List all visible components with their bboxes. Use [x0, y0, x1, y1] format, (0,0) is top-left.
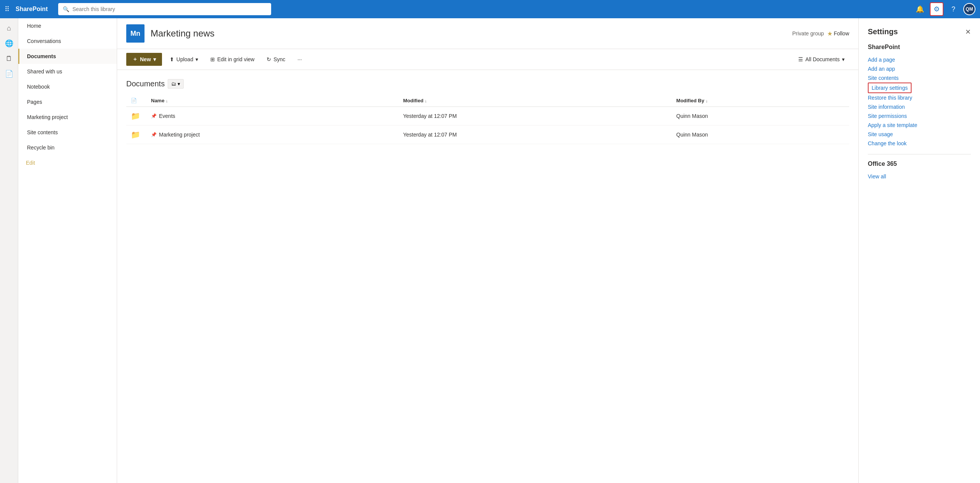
- settings-link[interactable]: Add a page: [868, 55, 971, 64]
- row-icon-cell: 📁: [126, 107, 146, 126]
- follow-button[interactable]: ★ Follow: [827, 30, 849, 37]
- upload-button[interactable]: ⬆ Upload ▾: [165, 53, 203, 65]
- row-name: Events: [159, 113, 175, 119]
- private-group-label: Private group: [792, 30, 824, 37]
- settings-links: Add a pageAdd an appSite contentsLibrary…: [868, 55, 971, 148]
- col-modified-by-header[interactable]: Modified By ↓: [671, 95, 849, 107]
- new-button[interactable]: ＋ New ▾: [126, 53, 162, 66]
- site-header: Mn Marketing news Private group ★ Follow: [117, 18, 858, 49]
- grid-edit-icon: ⊞: [210, 56, 215, 62]
- row-name-cell[interactable]: 📌 Events: [146, 107, 399, 126]
- chevron-down-icon: ▾: [153, 56, 156, 62]
- site-logo: Mn: [126, 24, 145, 43]
- settings-link[interactable]: Change the look: [868, 139, 971, 148]
- modified-by-sort-icon: ↓: [706, 99, 708, 103]
- settings-link[interactable]: Library settings: [868, 83, 912, 93]
- follow-label: Follow: [834, 30, 849, 37]
- upload-chevron-icon: ▾: [196, 56, 198, 62]
- sync-label: Sync: [274, 56, 285, 62]
- more-icon: ···: [298, 56, 302, 62]
- settings-link[interactable]: Site information: [868, 102, 971, 111]
- nav-edit-link[interactable]: Edit: [18, 155, 117, 170]
- all-documents-button[interactable]: ☰ All Documents ▾: [794, 53, 849, 65]
- search-input[interactable]: [72, 6, 267, 12]
- search-icon: 🔍: [63, 6, 69, 12]
- col-modified-header[interactable]: Modified ↓: [399, 95, 671, 107]
- settings-divider: [868, 154, 971, 154]
- documents-title: Documents: [126, 79, 165, 88]
- all-docs-chevron-icon: ▾: [842, 56, 845, 62]
- documents-table: 📄 Name ↓ Modified ↓ Modified By ↓: [126, 95, 849, 144]
- nav-item-documents[interactable]: Documents: [18, 49, 117, 64]
- col-name-header[interactable]: Name ↓: [146, 95, 399, 107]
- settings-link[interactable]: Site usage: [868, 130, 971, 139]
- view-library-icon: 🗂: [171, 81, 176, 87]
- folder-icon: 📁: [131, 112, 140, 120]
- row-pin-icon: 📌: [151, 132, 157, 137]
- grid-icon: ⠿: [5, 5, 10, 13]
- help-icon[interactable]: ?: [947, 2, 960, 16]
- row-icon-cell: 📁: [126, 126, 146, 144]
- nav-item-shared[interactable]: Shared with us: [18, 64, 117, 79]
- upload-icon: ⬆: [170, 56, 174, 62]
- row-pin-icon: 📌: [151, 113, 157, 119]
- nav-item-marketing-project[interactable]: Marketing project: [18, 110, 117, 125]
- nav-item-home[interactable]: Home: [18, 18, 117, 33]
- icon-sidebar: ⌂ 🌐 🗒 📄: [0, 18, 18, 483]
- list-icon: ☰: [798, 56, 803, 62]
- row-modified-cell: Yesterday at 12:07 PM: [399, 126, 671, 144]
- nav-item-pages[interactable]: Pages: [18, 94, 117, 110]
- name-sort-icon: ↓: [166, 99, 168, 103]
- nav-item-recycle-bin[interactable]: Recycle bin: [18, 140, 117, 155]
- row-modified-cell: Yesterday at 12:07 PM: [399, 107, 671, 126]
- sharepoint-section-title: SharePoint: [868, 44, 971, 51]
- view-chevron-icon: ▾: [178, 81, 180, 87]
- edit-grid-label: Edit in grid view: [217, 56, 255, 62]
- modified-sort-icon: ↓: [425, 99, 427, 103]
- avatar[interactable]: QM: [963, 3, 975, 15]
- page-title: Marketing news: [151, 28, 215, 39]
- brand-name: SharePoint: [16, 6, 48, 13]
- settings-link[interactable]: Site permissions: [868, 111, 971, 121]
- more-button[interactable]: ···: [293, 53, 307, 65]
- document-icon[interactable]: 📄: [2, 67, 16, 81]
- settings-gear-icon[interactable]: ⚙: [930, 2, 943, 16]
- nav-item-site-contents[interactable]: Site contents: [18, 125, 117, 140]
- notification-icon[interactable]: 🔔: [913, 2, 927, 16]
- table-row[interactable]: 📁 📌 Events Yesterday at 12:07 PM Quinn M…: [126, 107, 849, 126]
- col-checkbox: 📄: [126, 95, 146, 107]
- settings-close-button[interactable]: ✕: [965, 28, 971, 36]
- site-header-right: Private group ★ Follow: [792, 30, 849, 37]
- settings-link[interactable]: Apply a site template: [868, 121, 971, 130]
- sync-button[interactable]: ↻ Sync: [262, 53, 290, 65]
- settings-header: Settings ✕: [868, 27, 971, 36]
- documents-area: Documents 🗂 ▾ 📄 Name ↓: [117, 70, 858, 483]
- plus-icon: ＋: [132, 56, 138, 63]
- new-label: New: [140, 56, 151, 62]
- star-icon: ★: [827, 30, 832, 37]
- documents-header: Documents 🗂 ▾: [126, 79, 849, 89]
- globe-icon[interactable]: 🌐: [2, 37, 16, 50]
- notes-icon[interactable]: 🗒: [2, 52, 16, 65]
- topbar: ⠿ SharePoint 🔍 🔔 ⚙ ? QM: [0, 0, 980, 18]
- search-box[interactable]: 🔍: [58, 3, 271, 15]
- office365-link[interactable]: View all: [868, 172, 971, 181]
- settings-title: Settings: [868, 27, 898, 36]
- topbar-right: 🔔 ⚙ ? QM: [913, 2, 975, 16]
- settings-link[interactable]: Add an app: [868, 64, 971, 73]
- sync-icon: ↻: [267, 56, 271, 62]
- home-icon[interactable]: ⌂: [2, 21, 16, 35]
- documents-view-toggle[interactable]: 🗂 ▾: [168, 79, 184, 89]
- nav-item-conversations[interactable]: Conversations: [18, 33, 117, 49]
- settings-link[interactable]: Restore this library: [868, 93, 971, 102]
- row-name-cell[interactable]: 📌 Marketing project: [146, 126, 399, 144]
- nav-item-notebook[interactable]: Notebook: [18, 79, 117, 94]
- table-row[interactable]: 📁 📌 Marketing project Yesterday at 12:07…: [126, 126, 849, 144]
- settings-link[interactable]: Site contents: [868, 73, 971, 83]
- row-modified-by-cell: Quinn Mason: [671, 107, 849, 126]
- edit-grid-button[interactable]: ⊞ Edit in grid view: [206, 53, 259, 65]
- layout: ⌂ 🌐 🗒 📄 Home Conversations Documents Sha…: [0, 18, 980, 483]
- file-icon: 📄: [131, 98, 137, 103]
- office365-section-title: Office 365: [868, 160, 971, 167]
- toolbar: ＋ New ▾ ⬆ Upload ▾ ⊞ Edit in grid view ↻…: [117, 49, 858, 70]
